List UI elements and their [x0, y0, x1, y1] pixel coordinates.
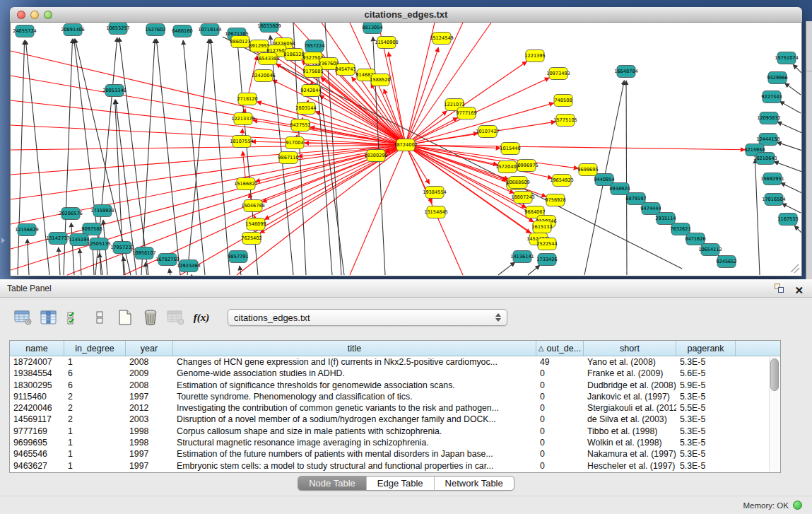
table-cell[interactable]: 2: [64, 391, 126, 402]
table-row[interactable]: 1938455462009Genome-wide association stu…: [10, 368, 780, 379]
graph-node[interactable]: 16648784: [614, 66, 638, 78]
graph-node[interactable]: 20206576: [59, 208, 83, 220]
graph-node[interactable]: 20053346: [102, 85, 126, 97]
graph-node[interactable]: 748508: [554, 95, 572, 107]
table-cell[interactable]: 22420046: [10, 402, 64, 414]
collapsed-panel-handle[interactable]: [1, 238, 5, 243]
graph-node[interactable]: 10688609: [506, 177, 530, 189]
graph-node[interactable]: 14136141: [510, 251, 534, 263]
graph-node[interactable]: 15751074: [775, 52, 799, 64]
table-cell[interactable]: Tibbo et al. (1998): [584, 426, 676, 437]
table-cell[interactable]: Franke et al. (2009): [584, 368, 676, 379]
table-cell[interactable]: 5.3E-5: [676, 356, 736, 368]
graph-node[interactable]: 8471626: [685, 233, 705, 245]
graph-node[interactable]: 1221395: [524, 50, 545, 62]
graph-node[interactable]: 19384554: [423, 187, 447, 199]
table-cell[interactable]: Jankovic et al. (1997): [584, 391, 676, 402]
table-cell[interactable]: Changes of HCN gene expression and I(f) …: [173, 356, 536, 368]
table-row[interactable]: 911546021997Tourette syndrome. Phenomeno…: [10, 391, 780, 402]
table-cell[interactable]: 5.3E-5: [676, 414, 736, 425]
table-cell[interactable]: 5.3E-5: [676, 426, 736, 437]
graph-node[interactable]: 12093832: [757, 112, 781, 124]
graph-node[interactable]: 8938924: [609, 183, 630, 195]
table-settings-icon[interactable]: [13, 308, 34, 327]
table-cell[interactable]: Investigating the contribution of common…: [173, 402, 536, 414]
table-cell[interactable]: 2012: [126, 402, 173, 414]
graph-node[interactable]: 18107554: [230, 136, 254, 148]
graph-node[interactable]: 18300295: [364, 150, 388, 162]
graph-node[interactable]: 18807243: [511, 192, 535, 204]
table-cell[interactable]: 2: [64, 402, 126, 414]
graph-node[interactable]: 18724007: [394, 139, 418, 151]
table-cell[interactable]: Stergiakouli et al. (2012): [584, 402, 676, 414]
scrollbar-thumb[interactable]: [770, 358, 779, 391]
graph-node[interactable]: 8186328: [283, 49, 304, 61]
table-cell[interactable]: 14569117: [10, 414, 64, 425]
graph-node[interactable]: 15124549: [430, 33, 454, 45]
column-header-pagerank[interactable]: pagerank: [676, 341, 736, 356]
graph-node[interactable]: 15692951: [760, 173, 784, 185]
graph-node[interactable]: 15775105: [553, 115, 577, 127]
table-cell[interactable]: Embryonic stem cells: a model to study s…: [173, 460, 536, 472]
graph-node[interactable]: 917004: [286, 137, 304, 149]
graph-node[interactable]: 1615132: [531, 221, 552, 233]
table-cell[interactable]: 5.9E-5: [676, 380, 736, 391]
table-row[interactable]: 946362711997Embryonic stem cells: a mode…: [10, 460, 780, 472]
table-row[interactable]: 969969511998Structural magnetic resonanc…: [10, 437, 780, 448]
graph-node[interactable]: 10653257: [106, 23, 130, 35]
table-body[interactable]: 1872400712008Changes of HCN gene express…: [10, 356, 780, 472]
table-cell[interactable]: 5.3E-5: [676, 448, 736, 460]
table-cell[interactable]: Estimation of significance thresholds fo…: [173, 380, 536, 391]
table-cell[interactable]: 6: [64, 368, 126, 379]
table-cell[interactable]: 0: [536, 448, 584, 460]
table-cell[interactable]: 1: [64, 460, 126, 472]
graph-node[interactable]: 2935114: [655, 213, 676, 225]
graph-node[interactable]: 9245652: [716, 256, 736, 268]
graph-node[interactable]: 10973493: [546, 68, 570, 80]
graph-node[interactable]: 16033809: [257, 23, 281, 33]
table-cell[interactable]: 5.3E-5: [676, 460, 736, 472]
table-cell[interactable]: 9463627: [10, 460, 64, 472]
table-cell[interactable]: 1997: [126, 460, 173, 472]
graph-node[interactable]: 12213379: [231, 113, 255, 125]
table-row[interactable]: 1872400712008Changes of HCN gene express…: [10, 356, 780, 368]
graph-node[interactable]: 15046788: [241, 200, 265, 212]
graph-node[interactable]: 13154845: [424, 206, 448, 218]
graph-node[interactable]: 9227343: [761, 91, 782, 103]
graph-node[interactable]: 19654923: [550, 175, 574, 187]
graph-node[interactable]: 9777169: [456, 107, 476, 119]
table-row[interactable]: 946554611997Estimation of the future num…: [10, 448, 780, 460]
column-header-name[interactable]: name: [10, 341, 64, 356]
graph-node[interactable]: 10719144: [198, 24, 222, 36]
table-cell[interactable]: Yano et al. (2008): [584, 356, 676, 368]
graph-node[interactable]: 9242844: [300, 85, 321, 97]
function-builder-icon[interactable]: f(x): [191, 308, 212, 327]
row-height-icon[interactable]: [89, 308, 110, 327]
graph-node[interactable]: 10958107: [132, 247, 156, 259]
window-titlebar[interactable]: citations_edges.txt: [10, 7, 802, 23]
minimize-window-button[interactable]: [30, 11, 39, 19]
column-header-in_degree[interactable]: in_degree: [64, 341, 126, 356]
table-cell[interactable]: 2009: [126, 368, 173, 379]
column-header-short[interactable]: short: [584, 341, 676, 356]
table-row[interactable]: 977716911998Corpus callosum shape and si…: [10, 426, 780, 437]
tab-network-table[interactable]: Network Table: [434, 477, 514, 490]
table-cell[interactable]: 5.5E-5: [676, 402, 736, 414]
graph-node[interactable]: 12156829: [15, 224, 39, 236]
graph-node[interactable]: 15720407: [495, 161, 519, 173]
table-cell[interactable]: 1997: [126, 448, 173, 460]
graph-node[interactable]: 6466160: [172, 25, 192, 37]
close-panel-icon[interactable]: ✕: [794, 281, 804, 300]
table-cell[interactable]: 18724007: [10, 356, 64, 368]
graph-node[interactable]: 7625402: [241, 233, 261, 245]
graph-node[interactable]: 2718120: [237, 93, 257, 105]
table-cell[interactable]: 5.3E-5: [676, 437, 736, 448]
graph-node[interactable]: 12923468: [177, 260, 201, 272]
table-cell[interactable]: 1: [64, 437, 126, 448]
table-header-row[interactable]: namein_degreeyeartitle△out_de...shortpag…: [10, 341, 780, 356]
table-cell[interactable]: 0: [536, 402, 584, 414]
table-cell[interactable]: 19384554: [10, 368, 64, 379]
graph-node[interactable]: 16210643: [753, 153, 777, 165]
table-cell[interactable]: 1998: [126, 437, 173, 448]
graph-node[interactable]: 9329966: [767, 72, 787, 84]
